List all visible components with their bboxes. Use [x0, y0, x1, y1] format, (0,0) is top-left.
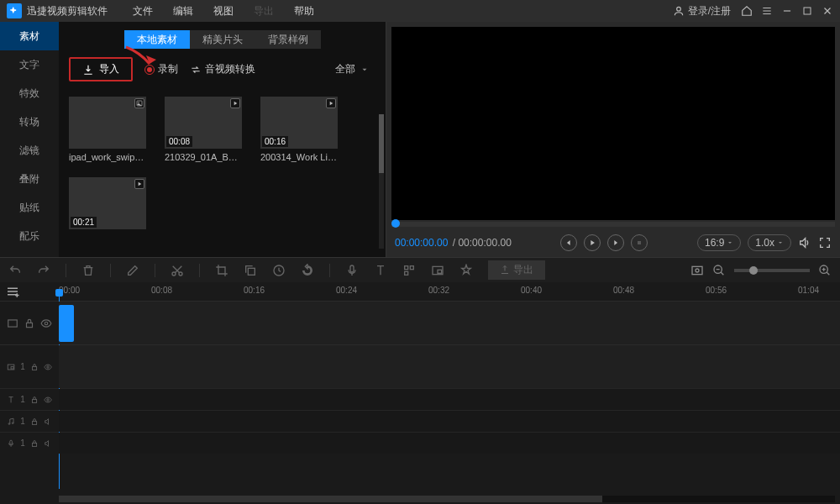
zoom-in-button[interactable]	[818, 264, 832, 277]
timeline-clip[interactable]	[59, 305, 74, 342]
tab-intro[interactable]: 精美片头	[190, 30, 255, 49]
zoom-slider[interactable]	[734, 269, 810, 272]
import-button[interactable]: 导入	[69, 57, 133, 81]
eye-icon[interactable]	[44, 361, 52, 373]
speed-button[interactable]	[272, 264, 286, 277]
rotate-button[interactable]	[301, 264, 314, 277]
svg-point-27	[47, 398, 50, 401]
login-label: 登录/注册	[688, 4, 731, 18]
delete-button[interactable]	[81, 264, 95, 277]
media-scrollbar[interactable]	[379, 114, 384, 249]
chevron-down-icon	[777, 239, 784, 246]
speed-dropdown[interactable]: 1.0x	[748, 234, 791, 251]
menu-export: 导出	[254, 4, 274, 18]
text-button[interactable]	[374, 264, 387, 277]
media-clip[interactable]: 00:08 210329_01A_Bali_...	[165, 97, 242, 162]
svg-rect-1	[804, 8, 811, 14]
track-options-button[interactable]	[5, 284, 20, 299]
record-button[interactable]: 录制	[144, 62, 178, 76]
effect-button[interactable]	[459, 264, 473, 277]
clip-thumbnail: 00:08	[165, 97, 242, 149]
track-body[interactable]	[59, 411, 840, 432]
login-button[interactable]: 登录/注册	[673, 4, 731, 18]
timeline-scrollbar[interactable]	[59, 496, 835, 502]
timeline-ruler[interactable]: 00:00 00:08 00:16 00:24 00:32 00:40 00:4…	[0, 282, 840, 301]
minimize-icon[interactable]	[781, 5, 793, 17]
pip-button[interactable]	[431, 264, 444, 277]
sidebar-item-effect[interactable]: 特效	[0, 79, 59, 108]
track-body[interactable]	[59, 433, 840, 454]
sidebar-item-sticker[interactable]: 贴纸	[0, 193, 59, 222]
zoom-out-button[interactable]	[712, 264, 726, 277]
sidebar-item-attach[interactable]: 叠附	[0, 165, 59, 193]
progress-handle[interactable]	[391, 219, 400, 228]
svg-rect-26	[32, 399, 36, 402]
snapshot-button[interactable]	[690, 264, 704, 277]
sidebar-item-music[interactable]: 配乐	[0, 222, 59, 250]
media-clip[interactable]: 00:16 200314_Work Lif...	[260, 97, 338, 162]
fullscreen-icon[interactable]	[818, 236, 832, 249]
preview-controls: 00:00:00.00 / 00:00:00.00 16:9 1.0x	[386, 228, 840, 257]
sidebar-item-transition[interactable]: 转场	[0, 108, 59, 136]
menu-icon[interactable]	[761, 5, 773, 17]
media-tabs: 本地素材 精美片头 背景样例	[124, 30, 321, 49]
svg-rect-11	[410, 265, 413, 269]
audio-track: 1	[0, 410, 840, 432]
mosaic-button[interactable]	[402, 264, 416, 277]
menu-view[interactable]: 视图	[213, 4, 234, 18]
tab-bg[interactable]: 背景样例	[255, 30, 321, 49]
tab-local[interactable]: 本地素材	[124, 30, 190, 49]
track-body[interactable]	[59, 389, 840, 410]
lock-icon[interactable]	[30, 438, 39, 449]
play-button[interactable]	[584, 234, 601, 251]
aspect-ratio-dropdown[interactable]: 16:9	[697, 234, 741, 251]
media-grid: ipad_work_swipe... 00:08 210329_01A_Bali…	[59, 90, 386, 239]
media-clip[interactable]: ipad_work_swipe...	[69, 97, 146, 162]
sidebar-item-text[interactable]: 文字	[0, 50, 59, 79]
menu-edit[interactable]: 编辑	[173, 4, 193, 18]
copy-button[interactable]	[244, 264, 257, 277]
track-body[interactable]	[59, 345, 840, 388]
redo-button[interactable]	[37, 264, 50, 277]
eye-icon[interactable]	[40, 318, 52, 329]
preview-progress[interactable]	[391, 222, 835, 227]
lock-icon[interactable]	[30, 416, 39, 428]
close-icon[interactable]	[822, 5, 833, 17]
menu-help[interactable]: 帮助	[294, 4, 314, 18]
sidebar-item-material[interactable]: 素材	[0, 22, 59, 50]
track-body[interactable]	[59, 302, 840, 344]
export-button[interactable]: 导出	[488, 260, 545, 281]
stop-button[interactable]	[631, 234, 648, 251]
clip-duration: 00:16	[262, 136, 288, 147]
lock-icon[interactable]	[24, 318, 35, 329]
cut-button[interactable]	[171, 264, 184, 277]
timeline-toolbar: 导出	[0, 257, 840, 282]
prev-frame-button[interactable]	[560, 234, 577, 251]
clip-thumbnail: 00:21	[69, 177, 146, 229]
svg-rect-32	[32, 443, 36, 446]
filter-dropdown[interactable]: 全部	[335, 62, 375, 76]
next-frame-button[interactable]	[607, 234, 624, 251]
chevron-down-icon	[727, 239, 733, 246]
clip-duration: 00:21	[71, 217, 97, 228]
lock-icon[interactable]	[30, 394, 39, 406]
eye-icon[interactable]	[44, 394, 52, 406]
sidebar-item-filter[interactable]: 滤镜	[0, 136, 59, 165]
home-icon[interactable]	[741, 5, 753, 17]
media-clip[interactable]: 00:21	[69, 177, 146, 233]
import-label: 导入	[99, 62, 119, 76]
menu-file[interactable]: 文件	[133, 4, 153, 18]
edit-button[interactable]	[126, 264, 139, 277]
crop-button[interactable]	[215, 264, 228, 277]
voice-track: 1	[0, 432, 840, 454]
maximize-icon[interactable]	[801, 6, 813, 16]
mute-icon[interactable]	[44, 438, 52, 449]
lock-icon[interactable]	[30, 361, 39, 373]
voice-button[interactable]	[345, 264, 359, 277]
record-label: 录制	[158, 62, 178, 76]
undo-button[interactable]	[8, 264, 22, 277]
video-preview	[391, 27, 835, 220]
volume-icon[interactable]	[798, 236, 811, 249]
convert-button[interactable]: 音视频转换	[190, 62, 255, 76]
mute-icon[interactable]	[44, 416, 52, 428]
